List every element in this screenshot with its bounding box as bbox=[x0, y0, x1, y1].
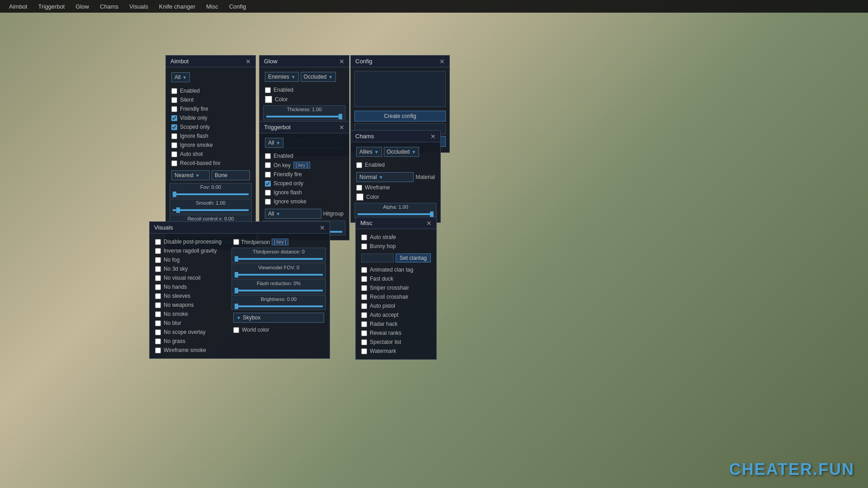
misc-sniper-crosshair-checkbox[interactable] bbox=[361, 285, 367, 291]
misc-clantag-input[interactable] bbox=[361, 253, 394, 263]
visuals-thirdperson-distance-container: Thirdperson distance: 0 bbox=[231, 248, 326, 263]
visuals-no-blur-checkbox[interactable] bbox=[155, 320, 161, 326]
chams-alpha-slider[interactable] bbox=[358, 213, 434, 215]
misc-bunny-hop-checkbox[interactable] bbox=[361, 244, 367, 249]
misc-reveal-ranks-row: Reveal ranks bbox=[359, 328, 433, 338]
glow-enabled-checkbox[interactable] bbox=[265, 87, 271, 93]
menu-chams[interactable]: Chams bbox=[94, 1, 124, 12]
visuals-flash-slider[interactable] bbox=[235, 290, 323, 291]
aimbot-autoshot-checkbox[interactable] bbox=[171, 151, 177, 157]
visuals-disable-post-checkbox[interactable] bbox=[155, 239, 161, 245]
config-close[interactable]: ✕ bbox=[439, 58, 445, 65]
aimbot-bone-dropdown[interactable]: Bone bbox=[212, 170, 250, 180]
glow-thickness-slider[interactable] bbox=[266, 116, 342, 117]
visuals-no-3dsky-checkbox[interactable] bbox=[155, 266, 161, 272]
aimbot-smoke-checkbox[interactable] bbox=[171, 142, 177, 148]
misc-auto-pistol-checkbox[interactable] bbox=[361, 303, 367, 309]
menu-triggerbot[interactable]: Triggerbot bbox=[33, 1, 70, 12]
visuals-viewmodel-slider[interactable] bbox=[235, 274, 323, 276]
menu-misc[interactable]: Misc bbox=[201, 1, 224, 12]
visuals-no-sleeves-checkbox[interactable] bbox=[155, 293, 161, 299]
aimbot-flash-checkbox[interactable] bbox=[171, 133, 177, 139]
triggerbot-enabled-checkbox[interactable] bbox=[265, 153, 271, 159]
menu-knife-changer[interactable]: Knife changer bbox=[154, 1, 201, 12]
misc-auto-accept-checkbox[interactable] bbox=[361, 312, 367, 318]
aimbot-scoped-row: Scoped only bbox=[170, 122, 252, 131]
chams-team-dropdown[interactable]: Allies ▼ bbox=[356, 147, 382, 157]
visuals-no-scope-row: No scope overlay bbox=[153, 328, 228, 337]
visuals-disable-post-label: Disable post-processing bbox=[164, 239, 222, 245]
menu-visuals[interactable]: Visuals bbox=[124, 1, 154, 12]
visuals-no-grass-checkbox[interactable] bbox=[155, 338, 161, 344]
chams-enabled-checkbox[interactable] bbox=[356, 162, 362, 168]
misc-animated-clan-checkbox[interactable] bbox=[361, 267, 367, 273]
misc-sniper-crosshair-row: Sniper crosshair bbox=[359, 283, 433, 292]
triggerbot-friendly-checkbox[interactable] bbox=[265, 172, 271, 178]
visuals-skybox-dropdown[interactable]: ▼ Skybox bbox=[233, 313, 324, 323]
misc-header: Misc ✕ bbox=[356, 217, 436, 229]
chams-wireframe-checkbox[interactable] bbox=[356, 185, 362, 191]
triggerbot-close[interactable]: ✕ bbox=[339, 124, 344, 131]
aimbot-recoilfov-checkbox[interactable] bbox=[171, 160, 177, 166]
visuals-thirdperson-key[interactable]: [ key ] bbox=[272, 239, 288, 245]
visuals-close[interactable]: ✕ bbox=[320, 225, 325, 231]
glow-color-swatch[interactable] bbox=[265, 96, 272, 103]
glow-team-dropdown[interactable]: Enemies ▼ bbox=[265, 72, 299, 82]
triggerbot-hitgroup-dropdown[interactable]: All ▼ bbox=[265, 209, 321, 219]
misc-auto-strafe-checkbox[interactable] bbox=[361, 235, 367, 240]
chams-close[interactable]: ✕ bbox=[430, 133, 436, 140]
chams-color-row: Color bbox=[354, 192, 437, 202]
chams-material-dropdown[interactable]: Normal ▼ bbox=[356, 172, 414, 182]
chams-occluded-dropdown[interactable]: Occluded ▼ bbox=[384, 147, 420, 157]
visuals-no-smoke-label: No smoke bbox=[164, 311, 188, 317]
visuals-thirdperson-checkbox[interactable] bbox=[233, 239, 239, 245]
visuals-no-fog-checkbox[interactable] bbox=[155, 257, 161, 263]
visuals-wireframe-smoke-checkbox[interactable] bbox=[155, 347, 161, 353]
visuals-inverse-ragdoll-row: Inverse ragdoll gravity bbox=[153, 246, 228, 255]
aimbot-target-dropdown[interactable]: All ▼ bbox=[171, 72, 190, 82]
triggerbot-target-dropdown[interactable]: All ▼ bbox=[265, 138, 283, 148]
misc-auto-pistol-row: Auto pistol bbox=[359, 301, 433, 310]
misc-recoil-crosshair-checkbox[interactable] bbox=[361, 294, 367, 300]
menu-glow[interactable]: Glow bbox=[70, 1, 94, 12]
misc-radar-hack-checkbox[interactable] bbox=[361, 321, 367, 327]
visuals-no-smoke-checkbox[interactable] bbox=[155, 311, 161, 317]
visuals-no-recoil-checkbox[interactable] bbox=[155, 275, 161, 281]
chams-color-swatch[interactable] bbox=[356, 193, 363, 201]
visuals-inverse-ragdoll-checkbox[interactable] bbox=[155, 248, 161, 254]
misc-sniper-crosshair-label: Sniper crosshair bbox=[370, 285, 409, 291]
aimbot-close[interactable]: ✕ bbox=[245, 58, 251, 65]
create-config-button[interactable]: Create config bbox=[354, 111, 446, 122]
menu-aimbot[interactable]: Aimbot bbox=[4, 1, 33, 12]
triggerbot-smoke-checkbox[interactable] bbox=[265, 199, 271, 205]
aimbot-method-dropdown[interactable]: Nearest ▼ bbox=[171, 170, 210, 180]
misc-set-clantag-button[interactable]: Set clantag bbox=[396, 253, 431, 263]
triggerbot-key-badge[interactable]: [ key ] bbox=[293, 162, 310, 169]
glow-occluded-dropdown[interactable]: Occluded ▼ bbox=[301, 72, 336, 82]
aimbot-friendly-checkbox[interactable] bbox=[171, 106, 177, 112]
misc-close[interactable]: ✕ bbox=[426, 220, 432, 226]
misc-reveal-ranks-checkbox[interactable] bbox=[361, 330, 367, 336]
visuals-brightness-slider[interactable] bbox=[235, 305, 323, 307]
triggerbot-onkey-checkbox[interactable] bbox=[265, 162, 271, 168]
visuals-thirdperson-distance-slider[interactable] bbox=[235, 258, 323, 260]
menu-config[interactable]: Config bbox=[224, 1, 252, 12]
aimbot-enabled-checkbox[interactable] bbox=[171, 88, 177, 94]
misc-watermark-checkbox[interactable] bbox=[361, 348, 367, 354]
aimbot-smooth-slider[interactable] bbox=[173, 209, 249, 211]
visuals-no-hands-checkbox[interactable] bbox=[155, 284, 161, 290]
misc-fast-duck-checkbox[interactable] bbox=[361, 276, 367, 282]
glow-occluded-arrow: ▼ bbox=[328, 75, 333, 80]
aimbot-autoshot-row: Auto shot bbox=[170, 150, 252, 159]
aimbot-fov-slider[interactable] bbox=[173, 193, 249, 195]
aimbot-silent-checkbox[interactable] bbox=[171, 97, 177, 103]
visuals-no-scope-checkbox[interactable] bbox=[155, 329, 161, 335]
visuals-world-color-checkbox[interactable] bbox=[233, 327, 239, 333]
triggerbot-flash-checkbox[interactable] bbox=[265, 190, 271, 196]
glow-close[interactable]: ✕ bbox=[339, 58, 344, 65]
misc-spectator-list-checkbox[interactable] bbox=[361, 339, 367, 345]
aimbot-scoped-checkbox[interactable] bbox=[171, 124, 177, 130]
aimbot-visible-checkbox[interactable] bbox=[171, 115, 177, 121]
visuals-no-weapons-checkbox[interactable] bbox=[155, 302, 161, 308]
triggerbot-scoped-checkbox[interactable] bbox=[265, 181, 271, 187]
